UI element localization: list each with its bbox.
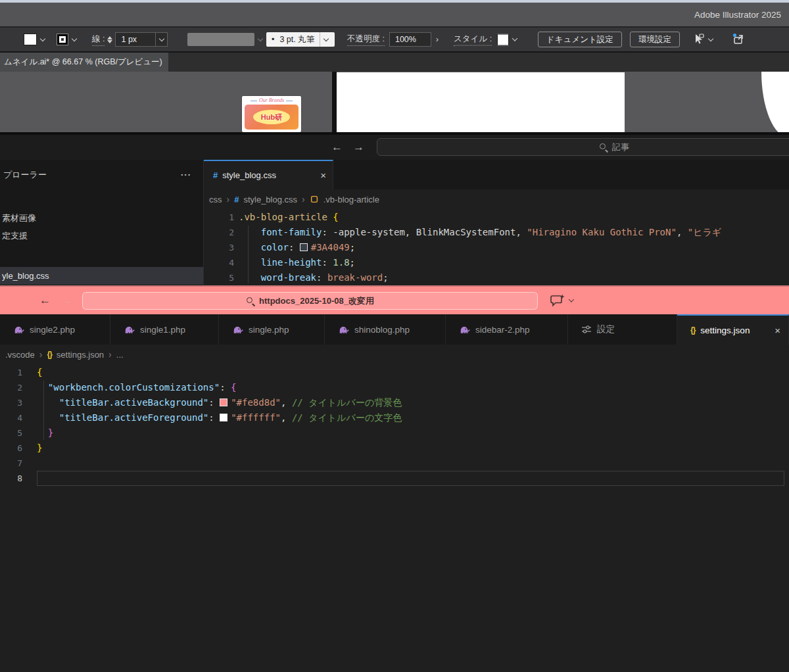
style-label[interactable]: スタイル : [454,34,492,46]
stroke-width-field[interactable]: 1 px [115,32,156,47]
breadcrumb-file[interactable]: settings.json [57,350,104,360]
tab-close-icon[interactable]: × [775,325,780,336]
illustrator-canvas[interactable]: Our Brands Hub研 [0,72,789,132]
code-line-1[interactable]: 1.vb-blog-article { [204,210,789,225]
breadcrumb-file[interactable]: style_blog.css [243,195,297,204]
tab-style_blog-css[interactable]: # style_blog.css × [204,160,333,189]
code-text: { [37,365,789,380]
tab-single1.php[interactable]: single1.php [110,314,219,345]
style-control[interactable]: スタイル : [454,34,519,46]
code-line-3[interactable]: 3 "titleBar.activeBackground": "#fe8d8d"… [0,395,789,410]
document-setup-button[interactable]: ドキュメント設定 [538,32,622,47]
code-token: ; [350,242,355,252]
color-swatch[interactable] [220,414,227,421]
code-line-6[interactable]: 6} [0,441,789,456]
selection-tool-options[interactable] [692,33,715,46]
vscode2-breadcrumb[interactable]: .vscode › {} settings.json › ... [0,345,789,364]
stroke-label[interactable]: 線 : [92,34,105,46]
chevron-down-icon[interactable] [323,36,329,41]
code-line-5[interactable]: 5 word-break: break-word; [204,270,789,285]
code-token: break-word [327,272,383,283]
back-arrow-icon[interactable]: ← [331,141,343,154]
stroke-stepper[interactable] [107,36,112,43]
breadcrumb-root[interactable]: css [209,195,222,204]
brush-dropdown[interactable]: • 3 pt. 丸筆 [266,32,335,47]
opacity-expand[interactable]: › [431,32,443,47]
vscode1-command-center[interactable]: 記事 [377,138,789,156]
brush-definition-control[interactable]: • 3 pt. 丸筆 [266,32,335,47]
code-token: : [208,412,220,423]
breadcrumb-root[interactable]: .vscode [5,350,35,360]
code-token: } [37,443,42,453]
explorer-item-selected[interactable]: yle_blog.css [0,267,203,285]
tab-single2.php[interactable]: single2.php [0,314,110,345]
tab-single.php[interactable]: single.php [219,314,325,345]
opacity-field[interactable]: 100% [389,32,431,47]
line-number: 6 [0,443,26,453]
explorer-item-folder[interactable]: 素材画像 [0,209,203,227]
chevron-right-icon: › [227,194,230,204]
fill-color-control[interactable] [24,34,47,45]
chevron-down-icon[interactable] [708,36,713,41]
stroke-width-dropdown[interactable] [156,32,168,47]
chevron-down-icon[interactable] [40,36,45,41]
tab-close-icon[interactable]: × [320,170,326,181]
stroke-width-control[interactable]: 線 : 1 px [92,32,168,47]
artboard[interactable] [337,72,625,132]
code-text: font-family: -apple-system, BlinkMacSyst… [239,225,789,240]
tab-shinoblog.php[interactable]: shinoblog.php [325,314,446,345]
tab-label: 設定 [597,324,615,335]
vscode1-code-editor[interactable]: 1.vb-blog-article {2 font-family: -apple… [204,209,789,285]
code-line-4[interactable]: 4 "titleBar.activeForeground": "#ffffff"… [0,410,789,425]
arrange-documents[interactable] [731,32,746,47]
document-setup[interactable]: ドキュメント設定 [538,32,622,47]
tab-settings.json[interactable]: {}settings.json× [677,314,789,345]
line-number: 2 [0,383,26,393]
chevron-down-icon[interactable] [72,36,77,41]
breadcrumb-symbol[interactable]: .vb-blog-article [323,195,379,204]
code-line-4[interactable]: 4 line-height: 1.8; [204,255,789,270]
code-line-8[interactable]: 8 [0,471,789,486]
fill-swatch[interactable] [24,34,37,45]
vscode1-breadcrumb[interactable]: css › # style_blog.css › .vb-blog-articl… [204,189,789,209]
vscode2-command-center[interactable]: httpdocs_2025-10-08_改変用 [82,292,538,310]
code-line-7[interactable]: 7 [0,456,789,471]
chevron-down-icon[interactable] [569,297,574,302]
more-actions-icon[interactable]: ··· [181,170,191,180]
code-line-5[interactable]: 5 } [0,425,789,441]
vscode2-tabbar: single2.phpsingle1.phpsingle.phpshinoblo… [0,314,789,345]
explorer-header: プローラー ··· [0,160,203,189]
breadcrumb-more[interactable]: ... [116,350,124,360]
opacity-label[interactable]: 不透明度 : [347,34,385,46]
style-swatch[interactable] [497,34,509,45]
artwork-thumbnail[interactable]: Our Brands Hub研 [242,96,301,132]
forward-arrow-icon[interactable]: → [353,141,364,154]
code-token: "Hiragino Kaku Gothic ProN" [527,227,677,237]
stepper-up-icon[interactable] [107,36,112,39]
code-line-1[interactable]: 1{ [0,365,789,380]
forward-arrow-icon[interactable]: → [61,294,72,307]
code-text: "titleBar.activeForeground": "#ffffff", … [37,410,789,425]
tab-sidebar-2.php[interactable]: sidebar-2.php [446,314,568,345]
copilot-chat-control[interactable] [550,294,575,308]
artwork-badge-text: Hub研 [261,112,282,122]
code-line-2[interactable]: 2 "workbench.colorCustomizations": { [0,380,789,395]
color-swatch[interactable] [220,398,227,406]
chevron-down-icon[interactable] [512,36,517,41]
preferences[interactable]: 環境設定 [630,32,680,47]
stepper-down-icon[interactable] [107,40,112,43]
vscode2-code-editor[interactable]: 1{2 "workbench.colorCustomizations": {3 … [0,364,789,672]
back-arrow-icon[interactable]: ← [39,294,51,307]
preferences-button[interactable]: 環境設定 [630,32,680,47]
color-swatch[interactable] [300,243,308,251]
stroke-swatch[interactable] [57,34,68,45]
code-token: #3A4049 [311,242,350,252]
opacity-control[interactable]: 不透明度 : 100% › [347,32,443,47]
code-token: { [327,212,339,222]
code-line-2[interactable]: 2 font-family: -apple-system, BlinkMacSy… [204,225,789,240]
stroke-color-control[interactable] [57,34,78,45]
explorer-item-folder[interactable]: 定支援 [0,227,203,245]
document-tab[interactable]: ムネイル.ai* @ 66.67 % (RGB/プレビュー) [0,53,168,72]
tab-設定[interactable]: 設定 [568,314,677,345]
code-line-3[interactable]: 3 color: #3A4049; [204,240,789,255]
